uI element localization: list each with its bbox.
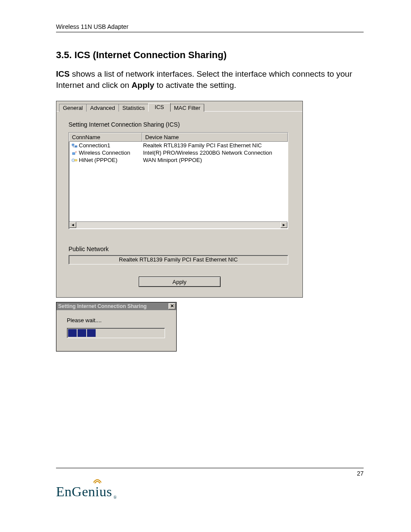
close-icon[interactable]: ✕ (168, 303, 175, 309)
device-name: Realtek RTL8139 Family PCI Fast Ethernet… (142, 142, 288, 149)
wifi-icon (93, 478, 102, 485)
progress-block (87, 329, 96, 337)
scroll-left-icon[interactable]: ◄ (69, 222, 76, 228)
public-network-field: Realtek RTL8139 Family PCI Fast Ethernet… (68, 255, 288, 264)
horizontal-scrollbar[interactable]: ◄ ► (69, 221, 287, 228)
conn-name: Wireless Connection (79, 149, 130, 156)
device-name: WAN Miniport (PPPOE) (142, 157, 288, 163)
progress-title: Setting Internet Connection Sharing (58, 303, 146, 309)
dialup-icon (72, 158, 78, 163)
intro-paragraph: ICS shows a list of network interfaces. … (56, 68, 364, 90)
please-wait-text: Please wait.... (67, 317, 166, 324)
list-item[interactable]: HiNet (PPPOE) WAN Miniport (PPPOE) (69, 156, 288, 164)
intro-strong-apply: Apply (131, 81, 154, 90)
intro-strong-ics: ICS (56, 69, 70, 78)
ics-dialog: General Advanced Statistics ICS MAC Filt… (56, 101, 303, 298)
svg-rect-2 (72, 152, 75, 155)
intro-text-2: to activate the setting. (154, 81, 236, 90)
progress-block (78, 329, 86, 337)
wireless-icon (72, 150, 78, 156)
tab-general[interactable]: General (59, 104, 87, 112)
column-connname[interactable]: ConnName (69, 133, 142, 142)
tab-ics[interactable]: ICS (148, 103, 171, 112)
brand-logo: EnGeni us® (56, 484, 364, 500)
tab-strip: General Advanced Statistics ICS MAC Filt… (56, 101, 302, 112)
tab-advanced[interactable]: Advanced (86, 104, 119, 112)
product-name: Wireless 11N USB Adapter (56, 23, 128, 30)
page-number: 27 (56, 468, 364, 477)
conn-name: Connection1 (79, 142, 110, 149)
column-devicename[interactable]: Device Name (142, 133, 288, 142)
tab-statistics[interactable]: Statistics (118, 104, 149, 112)
page-header: Wireless 11N USB Adapter (56, 23, 364, 32)
conn-name: HiNet (PPPOE) (79, 157, 118, 163)
groupbox-label: Setting Internet Connection Sharing (ICS… (68, 121, 290, 128)
listview-header: ConnName Device Name (69, 133, 288, 142)
scroll-right-icon[interactable]: ► (280, 222, 287, 228)
list-item[interactable]: Wireless Connection Intel(R) PRO/Wireles… (69, 149, 288, 156)
device-name: Intel(R) PRO/Wireless 2200BG Network Con… (142, 149, 288, 156)
svg-rect-0 (72, 144, 74, 146)
progress-dialog: Setting Internet Connection Sharing ✕ Pl… (56, 302, 177, 352)
list-item[interactable]: Connection1 Realtek RTL8139 Family PCI F… (69, 142, 288, 149)
public-network-label: Public Network (68, 246, 290, 252)
lan-icon (72, 143, 78, 148)
section-title: 3.5. ICS (Internet Connection Sharing) (56, 50, 364, 61)
apply-button[interactable]: Apply (139, 277, 221, 287)
progress-block (68, 329, 77, 337)
tab-mac-filter[interactable]: MAC Filter (170, 104, 204, 112)
svg-point-3 (72, 159, 75, 162)
scroll-track[interactable] (76, 222, 280, 228)
connection-listview[interactable]: ConnName Device Name Connection1 Realtek… (68, 132, 288, 229)
progress-bar (67, 328, 165, 338)
svg-rect-4 (75, 159, 77, 161)
